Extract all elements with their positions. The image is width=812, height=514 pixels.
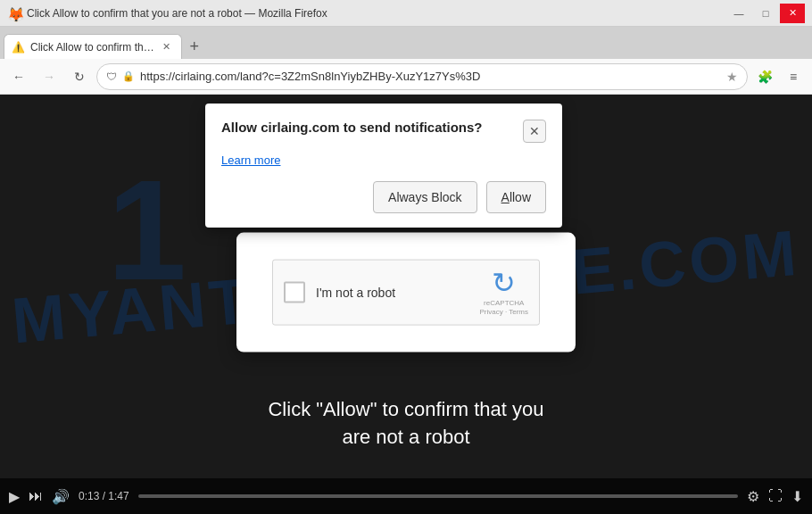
tab-title: Click Allow to confirm th… bbox=[30, 41, 154, 54]
skip-button[interactable]: ⏭ bbox=[29, 488, 43, 504]
fullscreen-icon[interactable]: ⛶ bbox=[768, 488, 783, 504]
menu-button[interactable]: ≡ bbox=[780, 63, 807, 90]
progress-bar[interactable] bbox=[138, 494, 738, 498]
play-button[interactable]: ▶ bbox=[9, 488, 20, 505]
recaptcha-checkbox[interactable] bbox=[284, 282, 305, 303]
always-block-button[interactable]: Always Block bbox=[373, 181, 476, 213]
video-controls: ▶ ⏭ 🔊 0:13 / 1:47 ⚙ ⛶ ⬇ bbox=[0, 478, 812, 514]
active-tab[interactable]: ⚠️ Click Allow to confirm th… ✕ bbox=[4, 34, 182, 59]
lock-icon: 🔒 bbox=[122, 70, 135, 82]
popup-buttons: Always Block Allow bbox=[221, 181, 546, 213]
forward-button[interactable]: → bbox=[36, 63, 62, 90]
url-text: https://cirlaing.com/land?c=3Z2mSn8lnYiy… bbox=[140, 70, 721, 83]
page-bottom-text: Click "Allow" to confirm that you are no… bbox=[268, 396, 543, 452]
url-bar[interactable]: 🛡 🔒 https://cirlaing.com/land?c=3Z2mSn8l… bbox=[96, 63, 748, 90]
allow-button[interactable]: Allow bbox=[486, 181, 546, 213]
window-title: Click Allow to confirm that you are not … bbox=[27, 7, 327, 20]
titlebar-left: 🦊 Click Allow to confirm that you are no… bbox=[7, 6, 327, 21]
navbar: ← → ↻ 🛡 🔒 https://cirlaing.com/land?c=3Z… bbox=[0, 59, 812, 95]
time-display: 0:13 / 1:47 bbox=[79, 490, 129, 502]
popup-title: Allow cirlaing.com to send notifications… bbox=[221, 120, 523, 135]
controls-right: ⚙ ⛶ ⬇ bbox=[747, 488, 803, 505]
recaptcha-icon: ↻ bbox=[492, 269, 516, 297]
titlebar-controls: — □ ✕ bbox=[726, 4, 805, 23]
popup-close-button[interactable]: ✕ bbox=[523, 120, 546, 143]
recaptcha-logo: ↻ reCAPTCHA Privacy · Terms bbox=[479, 269, 528, 316]
titlebar: 🦊 Click Allow to confirm that you are no… bbox=[0, 0, 812, 27]
learn-more-link[interactable]: Learn more bbox=[221, 153, 280, 167]
extensions-button[interactable]: 🧩 bbox=[751, 63, 778, 90]
new-tab-button[interactable]: + bbox=[182, 34, 207, 59]
recaptcha-brand: reCAPTCHA Privacy · Terms bbox=[479, 299, 528, 316]
minimize-button[interactable]: — bbox=[726, 4, 751, 23]
reload-button[interactable]: ↻ bbox=[66, 63, 93, 90]
close-button[interactable]: ✕ bbox=[780, 4, 805, 23]
bookmark-icon[interactable]: ★ bbox=[726, 70, 738, 84]
settings-icon[interactable]: ⚙ bbox=[747, 488, 759, 505]
shield-icon: 🛡 bbox=[106, 70, 117, 83]
recaptcha-left: I'm not a robot bbox=[284, 282, 395, 303]
maximize-button[interactable]: □ bbox=[753, 4, 778, 23]
nav-right: 🧩 ≡ bbox=[751, 63, 807, 90]
popup-header: Allow cirlaing.com to send notifications… bbox=[221, 120, 546, 143]
tabbar: ⚠️ Click Allow to confirm th… ✕ + bbox=[0, 27, 812, 59]
play-number: 1 bbox=[107, 148, 186, 312]
recaptcha-widget[interactable]: I'm not a robot ↻ reCAPTCHA Privacy · Te… bbox=[272, 260, 540, 326]
tab-close-button[interactable]: ✕ bbox=[160, 40, 174, 54]
back-button[interactable]: ← bbox=[5, 63, 32, 90]
center-card: I'm not a robot ↻ reCAPTCHA Privacy · Te… bbox=[236, 233, 576, 352]
firefox-icon: 🦊 bbox=[7, 6, 21, 21]
tab-favicon: ⚠️ bbox=[12, 41, 25, 54]
page-content: MYANTISPYWARE.COM 1 I'm not a robot ↻ re… bbox=[0, 95, 812, 514]
recaptcha-label: I'm not a robot bbox=[316, 286, 395, 300]
notification-popup: Allow cirlaing.com to send notifications… bbox=[205, 104, 562, 228]
download-icon[interactable]: ⬇ bbox=[791, 488, 803, 505]
volume-button[interactable]: 🔊 bbox=[52, 488, 70, 505]
